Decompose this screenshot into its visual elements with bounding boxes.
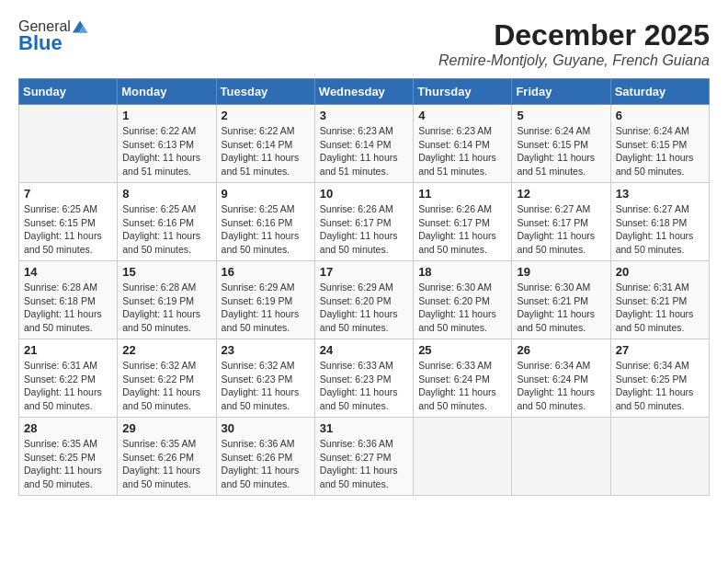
day-number: 7 bbox=[24, 187, 112, 201]
logo-icon bbox=[73, 20, 87, 33]
calendar-table: SundayMondayTuesdayWednesdayThursdayFrid… bbox=[18, 78, 710, 496]
day-number: 27 bbox=[616, 343, 704, 357]
calendar-cell bbox=[414, 418, 512, 496]
day-info: Sunrise: 6:36 AMSunset: 6:26 PMDaylight:… bbox=[222, 437, 310, 491]
calendar-cell: 21Sunrise: 6:31 AMSunset: 6:22 PMDayligh… bbox=[19, 339, 118, 418]
calendar-cell bbox=[610, 418, 709, 496]
day-number: 14 bbox=[24, 265, 112, 279]
calendar-cell: 14Sunrise: 6:28 AMSunset: 6:18 PMDayligh… bbox=[19, 261, 118, 339]
day-info: Sunrise: 6:33 AMSunset: 6:24 PMDaylight:… bbox=[418, 359, 506, 413]
day-info: Sunrise: 6:27 AMSunset: 6:18 PMDaylight:… bbox=[616, 202, 704, 257]
day-number: 5 bbox=[517, 109, 605, 122]
day-number: 29 bbox=[122, 421, 210, 435]
day-info: Sunrise: 6:36 AMSunset: 6:27 PMDaylight:… bbox=[320, 437, 408, 491]
weekday-header-thursday: Thursday bbox=[414, 79, 512, 105]
day-number: 6 bbox=[616, 109, 704, 122]
calendar-week-row: 21Sunrise: 6:31 AMSunset: 6:22 PMDayligh… bbox=[19, 339, 710, 418]
weekday-header-friday: Friday bbox=[512, 79, 610, 105]
day-info: Sunrise: 6:22 AMSunset: 6:14 PMDaylight:… bbox=[222, 124, 310, 178]
day-info: Sunrise: 6:35 AMSunset: 6:25 PMDaylight:… bbox=[24, 437, 112, 491]
day-number: 4 bbox=[418, 109, 506, 122]
calendar-week-row: 28Sunrise: 6:35 AMSunset: 6:25 PMDayligh… bbox=[19, 418, 710, 496]
calendar-cell: 11Sunrise: 6:26 AMSunset: 6:17 PMDayligh… bbox=[414, 183, 512, 261]
calendar-cell: 25Sunrise: 6:33 AMSunset: 6:24 PMDayligh… bbox=[414, 339, 512, 418]
calendar-cell: 18Sunrise: 6:30 AMSunset: 6:20 PMDayligh… bbox=[414, 261, 512, 339]
day-info: Sunrise: 6:23 AMSunset: 6:14 PMDaylight:… bbox=[320, 124, 408, 178]
day-info: Sunrise: 6:33 AMSunset: 6:23 PMDaylight:… bbox=[320, 359, 408, 413]
day-number: 15 bbox=[122, 265, 210, 279]
calendar-cell: 26Sunrise: 6:34 AMSunset: 6:24 PMDayligh… bbox=[512, 339, 610, 418]
day-info: Sunrise: 6:23 AMSunset: 6:14 PMDaylight:… bbox=[418, 124, 506, 178]
day-info: Sunrise: 6:32 AMSunset: 6:22 PMDaylight:… bbox=[122, 359, 210, 413]
calendar-cell: 10Sunrise: 6:26 AMSunset: 6:17 PMDayligh… bbox=[314, 183, 413, 261]
calendar-cell: 23Sunrise: 6:32 AMSunset: 6:23 PMDayligh… bbox=[216, 339, 314, 418]
calendar-cell: 19Sunrise: 6:30 AMSunset: 6:21 PMDayligh… bbox=[512, 261, 610, 339]
day-number: 12 bbox=[517, 187, 605, 201]
weekday-header-sunday: Sunday bbox=[19, 79, 118, 105]
calendar-week-row: 1Sunrise: 6:22 AMSunset: 6:13 PMDaylight… bbox=[19, 105, 710, 183]
day-info: Sunrise: 6:34 AMSunset: 6:24 PMDaylight:… bbox=[517, 359, 605, 413]
day-info: Sunrise: 6:30 AMSunset: 6:21 PMDaylight:… bbox=[517, 281, 605, 335]
location-title: Remire-Montjoly, Guyane, French Guiana bbox=[438, 52, 710, 69]
day-number: 13 bbox=[616, 187, 704, 201]
day-info: Sunrise: 6:26 AMSunset: 6:17 PMDaylight:… bbox=[418, 202, 506, 257]
calendar-cell: 12Sunrise: 6:27 AMSunset: 6:17 PMDayligh… bbox=[512, 183, 610, 261]
day-number: 20 bbox=[616, 265, 704, 279]
title-area: December 2025 Remire-Montjoly, Guyane, F… bbox=[438, 18, 710, 69]
weekday-header-monday: Monday bbox=[118, 79, 216, 105]
day-number: 10 bbox=[320, 187, 408, 201]
calendar-cell: 4Sunrise: 6:23 AMSunset: 6:14 PMDaylight… bbox=[414, 105, 512, 183]
day-info: Sunrise: 6:25 AMSunset: 6:16 PMDaylight:… bbox=[222, 202, 310, 257]
calendar-cell: 3Sunrise: 6:23 AMSunset: 6:14 PMDaylight… bbox=[314, 105, 413, 183]
page-header: General Blue December 2025 Remire-Montjo… bbox=[18, 18, 710, 69]
day-number: 2 bbox=[222, 109, 310, 122]
calendar-cell: 29Sunrise: 6:35 AMSunset: 6:26 PMDayligh… bbox=[118, 418, 216, 496]
month-title: December 2025 bbox=[438, 18, 710, 52]
calendar-cell: 24Sunrise: 6:33 AMSunset: 6:23 PMDayligh… bbox=[314, 339, 413, 418]
calendar-cell: 1Sunrise: 6:22 AMSunset: 6:13 PMDaylight… bbox=[118, 105, 216, 183]
day-info: Sunrise: 6:30 AMSunset: 6:20 PMDaylight:… bbox=[418, 281, 506, 335]
day-info: Sunrise: 6:34 AMSunset: 6:25 PMDaylight:… bbox=[616, 359, 704, 413]
day-number: 1 bbox=[122, 109, 210, 122]
weekday-header-tuesday: Tuesday bbox=[216, 79, 314, 105]
calendar-cell: 28Sunrise: 6:35 AMSunset: 6:25 PMDayligh… bbox=[19, 418, 118, 496]
calendar-week-row: 14Sunrise: 6:28 AMSunset: 6:18 PMDayligh… bbox=[19, 261, 710, 339]
calendar-header-row: SundayMondayTuesdayWednesdayThursdayFrid… bbox=[19, 79, 710, 105]
day-number: 19 bbox=[517, 265, 605, 279]
calendar-cell: 30Sunrise: 6:36 AMSunset: 6:26 PMDayligh… bbox=[216, 418, 314, 496]
calendar-cell: 20Sunrise: 6:31 AMSunset: 6:21 PMDayligh… bbox=[610, 261, 709, 339]
calendar-cell: 31Sunrise: 6:36 AMSunset: 6:27 PMDayligh… bbox=[314, 418, 413, 496]
day-info: Sunrise: 6:31 AMSunset: 6:22 PMDaylight:… bbox=[24, 359, 112, 413]
day-number: 26 bbox=[517, 343, 605, 357]
day-info: Sunrise: 6:25 AMSunset: 6:15 PMDaylight:… bbox=[24, 202, 112, 257]
day-number: 25 bbox=[418, 343, 506, 357]
day-info: Sunrise: 6:31 AMSunset: 6:21 PMDaylight:… bbox=[616, 281, 704, 335]
calendar-cell: 13Sunrise: 6:27 AMSunset: 6:18 PMDayligh… bbox=[610, 183, 709, 261]
calendar-cell: 8Sunrise: 6:25 AMSunset: 6:16 PMDaylight… bbox=[118, 183, 216, 261]
day-number: 22 bbox=[122, 343, 210, 357]
day-number: 17 bbox=[320, 265, 408, 279]
day-info: Sunrise: 6:24 AMSunset: 6:15 PMDaylight:… bbox=[616, 124, 704, 178]
calendar-cell bbox=[19, 105, 118, 183]
day-info: Sunrise: 6:35 AMSunset: 6:26 PMDaylight:… bbox=[122, 437, 210, 491]
day-number: 9 bbox=[222, 187, 310, 201]
calendar-cell: 27Sunrise: 6:34 AMSunset: 6:25 PMDayligh… bbox=[610, 339, 709, 418]
day-info: Sunrise: 6:22 AMSunset: 6:13 PMDaylight:… bbox=[122, 124, 210, 178]
calendar-cell bbox=[512, 418, 610, 496]
calendar-cell: 17Sunrise: 6:29 AMSunset: 6:20 PMDayligh… bbox=[314, 261, 413, 339]
day-info: Sunrise: 6:28 AMSunset: 6:18 PMDaylight:… bbox=[24, 281, 112, 335]
calendar-cell: 6Sunrise: 6:24 AMSunset: 6:15 PMDaylight… bbox=[610, 105, 709, 183]
day-number: 3 bbox=[320, 109, 408, 122]
day-number: 30 bbox=[222, 421, 310, 435]
day-info: Sunrise: 6:29 AMSunset: 6:19 PMDaylight:… bbox=[222, 281, 310, 335]
calendar-cell: 2Sunrise: 6:22 AMSunset: 6:14 PMDaylight… bbox=[216, 105, 314, 183]
day-info: Sunrise: 6:32 AMSunset: 6:23 PMDaylight:… bbox=[222, 359, 310, 413]
day-info: Sunrise: 6:28 AMSunset: 6:19 PMDaylight:… bbox=[122, 281, 210, 335]
weekday-header-saturday: Saturday bbox=[610, 79, 709, 105]
calendar-cell: 22Sunrise: 6:32 AMSunset: 6:22 PMDayligh… bbox=[118, 339, 216, 418]
logo-blue-text: Blue bbox=[18, 31, 63, 55]
day-info: Sunrise: 6:27 AMSunset: 6:17 PMDaylight:… bbox=[517, 202, 605, 257]
calendar-week-row: 7Sunrise: 6:25 AMSunset: 6:15 PMDaylight… bbox=[19, 183, 710, 261]
day-number: 18 bbox=[418, 265, 506, 279]
day-number: 11 bbox=[418, 187, 506, 201]
